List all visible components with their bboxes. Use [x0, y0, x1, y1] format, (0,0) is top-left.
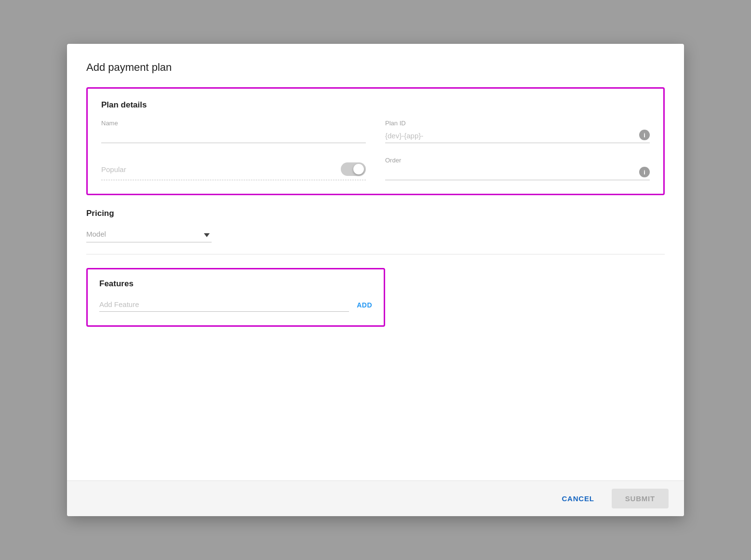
- model-field: Model Flat Per Unit Tiered Volume: [86, 228, 212, 242]
- feature-input-row: ADD: [99, 298, 372, 312]
- order-label: Order: [385, 157, 650, 164]
- order-input[interactable]: [385, 167, 650, 180]
- model-select[interactable]: Model Flat Per Unit Tiered Volume: [86, 228, 212, 239]
- model-select-wrapper: Model Flat Per Unit Tiered Volume: [86, 228, 212, 242]
- plan-details-section: Plan details Name Plan ID i Popular: [86, 87, 665, 195]
- plan-details-title: Plan details: [101, 100, 650, 110]
- name-field: Name: [101, 120, 366, 143]
- features-section: Features ADD: [86, 268, 385, 327]
- dialog-footer: CANCEL SUBMIT: [67, 480, 684, 516]
- add-payment-plan-dialog: Add payment plan Plan details Name Plan …: [67, 44, 684, 516]
- add-feature-button[interactable]: ADD: [357, 299, 372, 312]
- popular-toggle-row: Popular: [101, 162, 366, 180]
- popular-order-row: Popular Order i: [101, 157, 650, 180]
- popular-label: Popular: [101, 165, 341, 173]
- order-info-icon[interactable]: i: [639, 167, 650, 177]
- plan-id-field: Plan ID i: [385, 120, 650, 143]
- name-label: Name: [101, 120, 366, 127]
- plan-id-label: Plan ID: [385, 120, 650, 127]
- name-planid-row: Name Plan ID i: [101, 120, 650, 143]
- order-field: Order i: [385, 157, 650, 180]
- toggle-thumb: [353, 164, 364, 174]
- submit-button[interactable]: SUBMIT: [612, 489, 669, 508]
- plan-id-input[interactable]: [385, 130, 650, 143]
- pricing-title: Pricing: [86, 209, 665, 218]
- pricing-section: Pricing Model Flat Per Unit Tiered Volum…: [86, 209, 665, 254]
- dialog-content: Add payment plan Plan details Name Plan …: [67, 44, 684, 480]
- add-feature-input[interactable]: [99, 298, 349, 312]
- name-input[interactable]: [101, 130, 366, 143]
- popular-toggle[interactable]: [341, 162, 366, 176]
- cancel-button[interactable]: CANCEL: [552, 490, 603, 507]
- popular-field: Popular: [101, 162, 366, 180]
- plan-id-info-icon[interactable]: i: [639, 130, 650, 140]
- features-title: Features: [99, 279, 372, 289]
- dialog-title: Add payment plan: [86, 61, 665, 74]
